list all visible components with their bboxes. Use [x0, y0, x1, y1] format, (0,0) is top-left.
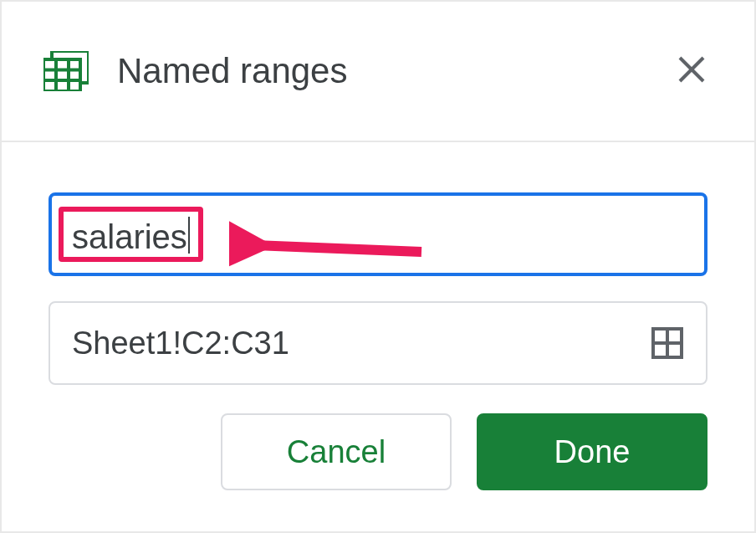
panel-content: salaries Sheet1!C2:C31 Cancel Done — [2, 142, 754, 515]
range-name-value: salaries — [72, 220, 187, 254]
button-row: Cancel Done — [49, 413, 707, 490]
range-name-input[interactable]: salaries — [49, 192, 707, 276]
close-button[interactable] — [671, 50, 713, 92]
select-data-range-icon[interactable] — [651, 326, 684, 360]
panel-title: Named ranges — [117, 51, 713, 91]
done-button-label: Done — [554, 434, 631, 470]
text-caret — [188, 217, 190, 254]
done-button[interactable]: Done — [477, 413, 707, 490]
panel-header: Named ranges — [2, 2, 754, 142]
sheets-icon — [43, 51, 89, 91]
close-icon — [675, 53, 708, 90]
range-reference-value: Sheet1!C2:C31 — [72, 325, 651, 361]
cancel-button[interactable]: Cancel — [221, 413, 452, 490]
cancel-button-label: Cancel — [287, 434, 386, 470]
range-reference-input[interactable]: Sheet1!C2:C31 — [49, 301, 707, 385]
annotation-highlight-box: salaries — [59, 207, 203, 262]
svg-rect-1 — [43, 59, 80, 91]
